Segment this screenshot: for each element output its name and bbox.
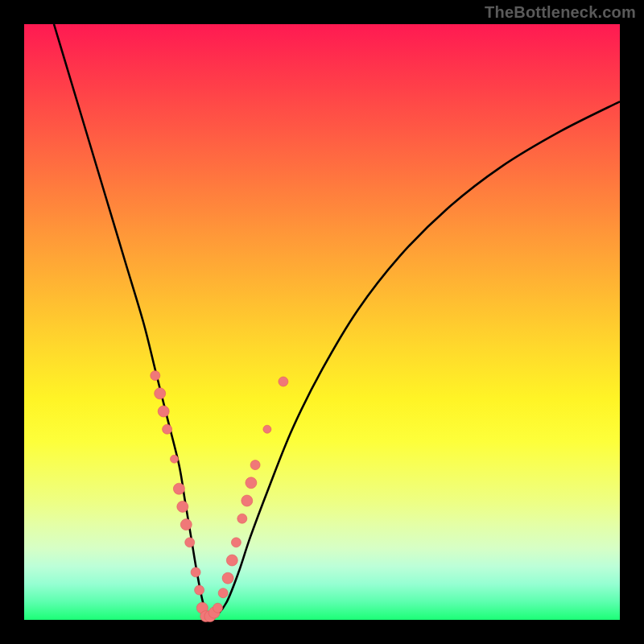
chart-svg xyxy=(24,24,620,620)
scatter-point xyxy=(226,555,237,566)
scatter-point xyxy=(171,455,179,463)
scatter-point xyxy=(242,495,253,506)
scatter-point xyxy=(155,388,166,399)
watermark-text: TheBottleneck.com xyxy=(485,3,636,22)
scatter-point xyxy=(250,460,260,470)
scatter-point xyxy=(163,424,172,434)
bottleneck-curve xyxy=(54,24,620,619)
scatter-point xyxy=(222,572,233,584)
scatter-point xyxy=(231,538,241,547)
scatter-point xyxy=(279,377,288,386)
scatter-point xyxy=(185,538,195,547)
scatter-point xyxy=(195,585,204,595)
scatter-point xyxy=(263,425,271,433)
scatter-point xyxy=(218,588,228,598)
scatter-point xyxy=(213,603,223,613)
scatter-point xyxy=(246,477,257,489)
scatter-point xyxy=(180,519,192,530)
scatter-point xyxy=(158,406,169,417)
scatter-point xyxy=(151,371,160,381)
plot-area xyxy=(24,24,620,620)
chart-stage: TheBottleneck.com xyxy=(0,0,644,644)
scatter-point xyxy=(177,501,188,512)
scatter-point xyxy=(173,483,184,494)
scatter-points xyxy=(151,371,288,622)
scatter-point xyxy=(191,568,200,577)
scatter-point xyxy=(237,514,247,523)
